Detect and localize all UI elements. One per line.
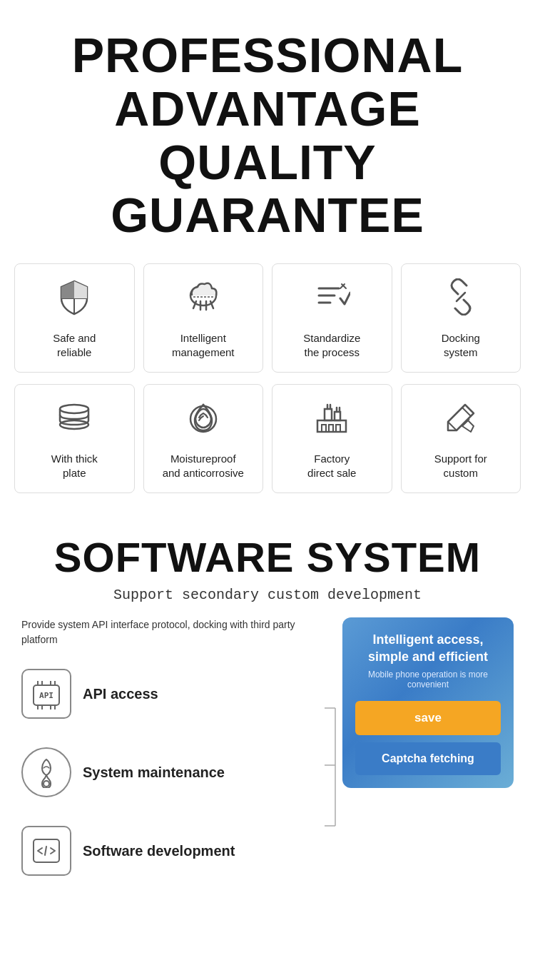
feature-intelligent-management: Intelligentmanagement [143, 263, 264, 373]
feature-factory-label: Factorydirect sale [307, 452, 356, 480]
captcha-button[interactable]: Captcha fetching [355, 742, 501, 775]
feature-support-custom-label: Support forcustom [434, 452, 487, 480]
maintenance-label: System maintenance [83, 763, 225, 782]
svg-point-10 [60, 405, 88, 413]
software-right-panel: Intelligent access, simple and efficient… [342, 617, 514, 788]
features-row-2: With thickplate Moistureproofand anticor… [14, 384, 521, 493]
panel-card: Intelligent access, simple and efficient… [342, 617, 514, 788]
pen-tool-icon [442, 399, 479, 442]
feature-docking-label: Dockingsystem [442, 331, 480, 359]
software-left: Provide system API interface protocol, d… [21, 617, 328, 904]
feature-standardize-process: Standardizethe process [272, 263, 392, 373]
feature-factory-direct: Factorydirect sale [272, 384, 392, 493]
feature-safe-reliable-label: Safe andreliable [53, 331, 96, 359]
api-access-label: API access [83, 685, 158, 703]
feature-docking-system: Dockingsystem [401, 263, 521, 373]
feature-safe-reliable: Safe andreliable [14, 263, 135, 373]
svg-rect-19 [335, 412, 340, 420]
svg-rect-18 [325, 409, 332, 420]
svg-text:API: API [39, 691, 54, 700]
feature-moistureproof-label: Moistureproofand anticorrosive [163, 452, 244, 480]
page-title: PROFESSIONAL ADVANTAGE QUALITY GUARANTEE [14, 29, 521, 242]
cloud-icon [185, 278, 222, 321]
software-description: Provide system API interface protocol, d… [21, 617, 328, 647]
save-button[interactable]: save [355, 701, 501, 735]
link-icon [442, 278, 479, 321]
api-icon: API [21, 669, 71, 719]
header-section: PROFESSIONAL ADVANTAGE QUALITY GUARANTEE [0, 0, 535, 256]
maintenance-icon [21, 747, 71, 797]
svg-rect-15 [322, 425, 326, 432]
factory-icon [313, 399, 350, 442]
software-subtitle: Support secondary custom development [21, 587, 514, 603]
feature-thick-plate: With thickplate [14, 384, 135, 493]
software-item-maintenance: System maintenance [21, 747, 328, 797]
feature-moistureproof: Moistureproofand anticorrosive [143, 384, 264, 493]
features-row-1: Safe andreliable Intelligentmanagement [14, 263, 521, 373]
svg-line-44 [45, 847, 46, 855]
svg-rect-17 [336, 425, 340, 432]
svg-point-42 [44, 781, 49, 787]
panel-title: Intelligent access, simple and efficient [355, 632, 501, 665]
droplet-icon [185, 399, 222, 442]
development-label: Software development [83, 842, 235, 860]
feature-thick-plate-label: With thickplate [51, 452, 98, 480]
layers-icon [56, 399, 93, 442]
list-check-icon [313, 278, 350, 321]
feature-intelligent-label: Intelligentmanagement [172, 331, 235, 359]
software-item-development: Software development [21, 826, 328, 876]
code-icon [21, 826, 71, 876]
feature-support-custom: Support forcustom [401, 384, 521, 493]
software-section: SOFTWARE SYSTEM Support secondary custom… [0, 512, 535, 919]
software-item-api: API API access [21, 669, 328, 719]
svg-rect-16 [329, 425, 333, 432]
shield-icon [56, 278, 93, 321]
panel-subtitle: Mobile phone operation is more convenien… [355, 670, 501, 689]
software-title: SOFTWARE SYSTEM [21, 533, 514, 581]
features-section: Safe andreliable Intelligentmanagement [0, 256, 535, 512]
feature-standardize-label: Standardizethe process [303, 331, 360, 359]
software-body: Provide system API interface protocol, d… [21, 617, 514, 904]
